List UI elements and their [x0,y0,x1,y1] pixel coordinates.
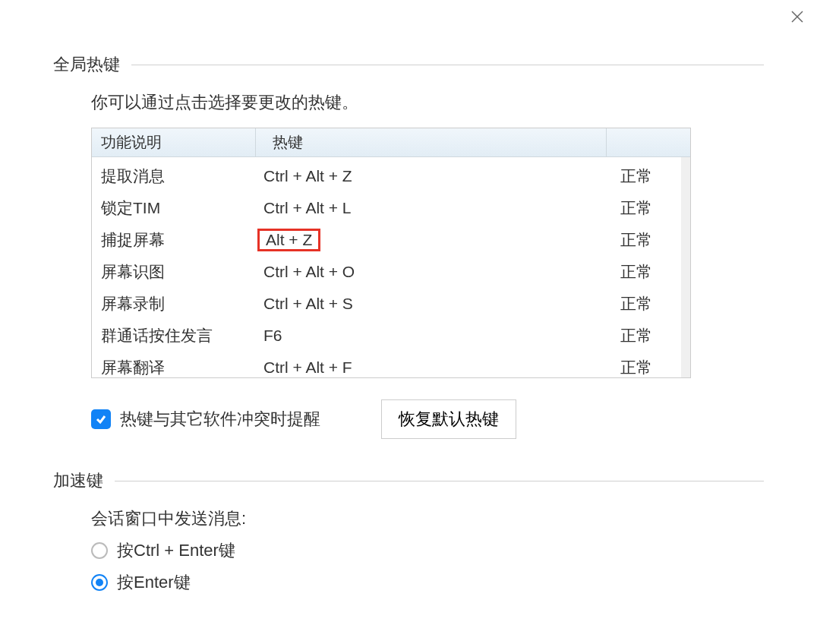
hotkey-description: 屏幕录制 [92,293,256,314]
radio-button[interactable] [91,574,108,591]
hotkey-key[interactable]: Ctrl + Alt + F [256,358,613,377]
accelerator-section-header: 加速键 [53,469,764,492]
hotkey-key[interactable]: Ctrl + Alt + O [256,263,613,281]
hotkey-key[interactable]: F6 [256,327,613,345]
hotkey-status: 正常 [613,325,690,346]
conflict-warning-checkbox[interactable] [91,409,111,429]
hotkey-row[interactable]: 屏幕录制Ctrl + Alt + S正常 [92,288,690,320]
header-description[interactable]: 功能说明 [92,128,256,156]
hotkey-description: 屏幕翻译 [92,357,256,377]
send-key-radio-item[interactable]: 按Enter键 [91,571,764,594]
hotkey-table-header: 功能说明 热键 [92,128,690,157]
hotkey-status: 正常 [613,261,690,283]
radio-button[interactable] [91,542,108,559]
hotkey-description: 锁定TIM [92,197,256,219]
hotkey-description: 提取消息 [92,166,256,187]
checkmark-icon [95,413,107,425]
hotkey-row[interactable]: 锁定TIMCtrl + Alt + L正常 [92,192,690,224]
send-message-heading: 会话窗口中发送消息: [91,507,764,530]
hotkey-status: 正常 [613,357,690,377]
global-hotkey-title: 全局热键 [53,53,120,76]
radio-dot-icon [96,579,103,586]
global-hotkey-section-header: 全局热键 [53,53,764,76]
hotkey-row[interactable]: 屏幕翻译Ctrl + Alt + F正常 [92,352,690,377]
hotkey-row[interactable]: 捕捉屏幕Alt + Z正常 [92,224,690,256]
close-icon [790,10,804,24]
close-button[interactable] [790,9,805,24]
send-key-radio-item[interactable]: 按Ctrl + Enter键 [91,539,764,562]
radio-label: 按Enter键 [117,571,191,594]
conflict-warning-label: 热键与其它软件冲突时提醒 [120,408,320,431]
header-hotkey[interactable]: 热键 [256,128,607,156]
hotkey-key[interactable]: Ctrl + Alt + S [256,295,613,313]
hotkey-description: 捕捉屏幕 [92,229,256,251]
scrollbar[interactable] [681,157,690,377]
hotkey-table: 功能说明 热键 提取消息Ctrl + Alt + Z正常锁定TIMCtrl + … [91,128,691,378]
divider [131,65,764,65]
divider [115,481,764,481]
hotkey-description: 屏幕识图 [92,261,256,283]
accelerator-title: 加速键 [53,469,103,492]
hotkey-status: 正常 [613,197,690,219]
hotkey-status: 正常 [613,229,690,251]
hotkey-key[interactable]: Alt + Z [256,229,613,251]
hotkey-status: 正常 [613,166,690,187]
hotkey-row[interactable]: 屏幕识图Ctrl + Alt + O正常 [92,256,690,288]
highlighted-hotkey: Alt + Z [257,229,320,251]
restore-default-button[interactable]: 恢复默认热键 [381,399,516,439]
hotkey-instruction: 你可以通过点击选择要更改的热键。 [91,91,764,114]
hotkey-description: 群通话按住发言 [92,325,256,346]
hotkey-row[interactable]: 群通话按住发言F6正常 [92,320,690,352]
hotkey-row[interactable]: 提取消息Ctrl + Alt + Z正常 [92,160,690,192]
radio-label: 按Ctrl + Enter键 [117,539,235,562]
conflict-warning-checkbox-group[interactable]: 热键与其它软件冲突时提醒 [91,408,320,431]
hotkey-status: 正常 [613,293,690,314]
hotkey-key[interactable]: Ctrl + Alt + L [256,199,613,217]
hotkey-key[interactable]: Ctrl + Alt + Z [256,167,613,185]
